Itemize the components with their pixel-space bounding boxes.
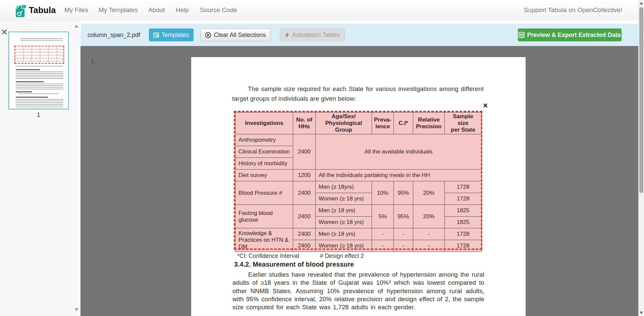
clear-all-selections-label: Clear All Selections [214, 32, 266, 39]
table-footnotes: *CI: Confidence Interval# Design effect … [237, 253, 364, 260]
remove-selection-icon[interactable]: ✕ [483, 102, 488, 109]
thumbnail-selection-preview [14, 46, 64, 64]
pdf-page[interactable]: The sample size required for each State … [191, 57, 526, 316]
nav-help[interactable]: Help [176, 0, 189, 20]
table-selection-box[interactable] [234, 111, 482, 250]
section-heading: 3.4.2. Measurement of blood pressure [234, 261, 354, 268]
delete-file-icon[interactable]: ✕ [1, 28, 8, 36]
thumbnail-page-number: 1 [8, 111, 69, 119]
body-paragraph: Earlier studies have revealed that the p… [232, 271, 484, 311]
lightning-icon [285, 32, 290, 38]
current-filename: column_span_2.pdf [88, 24, 140, 46]
intro-paragraph: The sample size required for each State … [232, 84, 484, 103]
footnote-ci: *CI: Confidence Interval [237, 253, 299, 259]
pdf-canvas[interactable]: 1. The sample size required for each Sta… [80, 46, 639, 316]
nav-source-code[interactable]: Source Code [200, 0, 237, 20]
tabula-logo[interactable] [15, 3, 27, 18]
nav-my-templates[interactable]: My Templates [99, 0, 138, 20]
nav-about[interactable]: About [148, 0, 165, 20]
templates-button[interactable]: Templates [149, 29, 194, 41]
autodetect-tables-button[interactable]: Autodetect Tables [280, 29, 345, 41]
preview-export-label: Preview & Export Extracted Data [527, 32, 621, 39]
sidebar-scroll-down-icon[interactable] [74, 308, 78, 311]
support-link[interactable]: Support Tabula on OpenCollective! [524, 0, 622, 20]
preview-export-button[interactable]: Preview & Export Extracted Data [518, 29, 622, 41]
nav-my-files[interactable]: My Files [64, 0, 88, 20]
page-marker: 1. [91, 58, 96, 65]
circle-x-icon [205, 32, 211, 38]
scrollbar-down-icon[interactable] [640, 312, 643, 314]
templates-button-label: Templates [161, 32, 189, 39]
page-thumbnail[interactable] [8, 32, 69, 109]
toolbar: column_span_2.pdf Templates Clear All Se… [81, 24, 639, 46]
footnote-design-effect: # Design effect 2 [320, 253, 364, 259]
top-navbar: Tabula My Files My Templates About Help … [0, 0, 644, 20]
window-scrollbar[interactable] [638, 0, 644, 316]
scrollbar-up-icon[interactable] [640, 2, 643, 4]
scrollbar-thumb[interactable] [639, 7, 643, 193]
template-sheet-icon [153, 32, 159, 38]
thumbnail-sidebar: ✕ 1 [0, 20, 80, 316]
spreadsheet-icon [519, 32, 525, 38]
clear-all-selections-button[interactable]: Clear All Selections [201, 29, 270, 41]
autodetect-tables-label: Autodetect Tables [292, 32, 340, 39]
sidebar-scroll-up-icon[interactable] [74, 25, 78, 28]
brand-title[interactable]: Tabula [29, 0, 56, 20]
